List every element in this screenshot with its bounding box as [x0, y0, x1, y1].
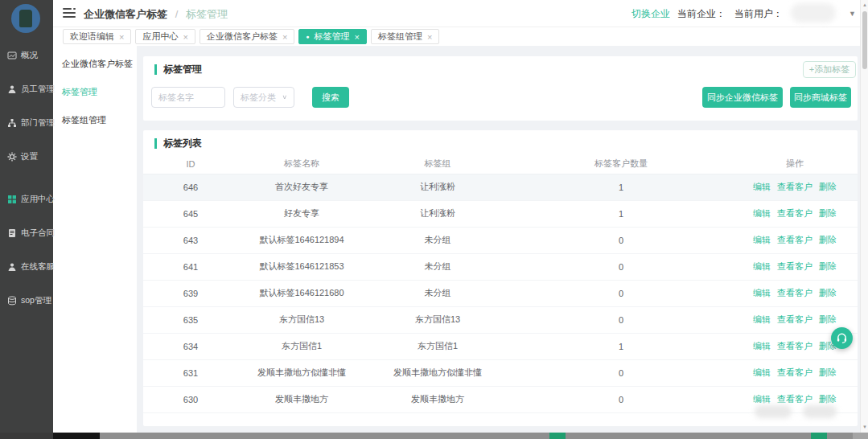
blurred-watermark — [803, 405, 837, 418]
close-icon[interactable]: × — [427, 32, 432, 42]
col-header-actions: 操作 — [732, 154, 858, 174]
view-customers-link[interactable]: 查看客户 — [777, 367, 812, 377]
edit-link[interactable]: 编辑 — [753, 208, 771, 218]
sidebar-item-label: 概况 — [21, 50, 38, 61]
tag-manage-panel: 标签管理 标签分类 ∨ 搜索 +添加标签 同步企业微信标签 同步商城标签 — [143, 56, 858, 121]
view-customers-link[interactable]: 查看客户 — [777, 261, 812, 271]
submenu-item-wecom-customer-tags[interactable]: 企业微信客户标签 — [53, 55, 137, 72]
cell-id: 635 — [143, 306, 238, 333]
edit-link[interactable]: 编辑 — [753, 314, 771, 324]
switch-company-link[interactable]: 切换企业 — [631, 7, 670, 21]
edit-link[interactable]: 编辑 — [753, 261, 771, 271]
close-icon[interactable]: × — [355, 32, 360, 42]
cell-group: 东方国信1 — [365, 333, 510, 359]
taskbar-segment — [0, 433, 53, 439]
cell-id: 630 — [143, 386, 238, 412]
table-row: 635 东方国信13 东方国信13 0 编辑查看客户删除 — [143, 306, 858, 333]
delete-link[interactable]: 删除 — [819, 208, 837, 218]
cell-group: 未分组 — [365, 253, 510, 280]
cell-count: 0 — [510, 280, 732, 306]
cell-group: 发顺丰撒地方 — [365, 386, 510, 412]
search-button[interactable]: 搜索 — [312, 87, 349, 108]
cell-count: 0 — [510, 306, 732, 333]
tab-label: 欢迎语编辑 — [70, 31, 114, 43]
tag-name-input[interactable] — [151, 87, 225, 108]
edit-link[interactable]: 编辑 — [753, 288, 771, 297]
tab-app-center[interactable]: 应用中心× — [135, 29, 195, 44]
close-icon[interactable]: × — [119, 32, 124, 42]
submenu-item-tag-group-manage[interactable]: 标签组管理 — [53, 111, 137, 129]
cell-name: 发顺丰撒地方似懂非懂 — [238, 359, 365, 386]
tab-wecom-customer-tags[interactable]: 企业微信客户标签× — [200, 29, 294, 44]
sidebar-item-app-center[interactable]: 应用中心 — [0, 190, 53, 209]
breadcrumb-root[interactable]: 企业微信客户标签 — [84, 8, 167, 20]
cell-group: 未分组 — [365, 280, 510, 306]
view-customers-link[interactable]: 查看客户 — [777, 341, 812, 351]
add-tag-button[interactable]: +添加标签 — [803, 61, 856, 78]
edit-link[interactable]: 编辑 — [753, 182, 771, 191]
sync-wecom-tags-button[interactable]: 同步企业微信标签 — [702, 87, 783, 108]
sidebar-item-settings[interactable]: 设置 — [0, 147, 53, 166]
user-menu-caret-icon[interactable]: ▼ — [849, 10, 856, 18]
service-icon — [7, 262, 17, 272]
sidebar-item-sop[interactable]: sop管理 — [0, 291, 53, 310]
submenu-item-tag-manage[interactable]: 标签管理 — [53, 83, 137, 101]
scrollbar-thumb[interactable] — [862, 11, 867, 69]
sidebar-item-overview[interactable]: 概况 — [0, 46, 53, 65]
tab-tag-group-manage[interactable]: 标签组管理× — [371, 29, 439, 44]
company-avatar — [11, 4, 40, 33]
bottom-window-strip — [0, 433, 868, 439]
delete-link[interactable]: 删除 — [819, 394, 837, 404]
sync-mall-tags-button[interactable]: 同步商城标签 — [790, 87, 851, 108]
table-row: 634 东方国信1 东方国信1 1 编辑查看客户删除 — [143, 333, 858, 359]
sidebar-item-employee[interactable]: 员工管理 — [0, 80, 53, 99]
sidebar-item-label: 部门管理 — [21, 117, 55, 129]
sidebar-item-e-contract[interactable]: 电子合同 — [0, 224, 53, 243]
cell-count: 1 — [510, 333, 732, 359]
sidebar-item-department[interactable]: 部门管理 — [0, 113, 53, 133]
sidebar-item-online-service[interactable]: 在线客服 — [0, 257, 53, 277]
edit-link[interactable]: 编辑 — [753, 341, 771, 351]
cell-group: 让利涨粉 — [365, 174, 510, 200]
current-user-label: 当前用户： — [734, 7, 783, 21]
edit-link[interactable]: 编辑 — [753, 235, 771, 244]
tag-category-select[interactable]: 标签分类 ∨ — [233, 87, 294, 108]
delete-link[interactable]: 删除 — [819, 182, 837, 191]
vertical-scrollbar[interactable]: ▲ ▼ — [860, 0, 868, 433]
view-customers-link[interactable]: 查看客户 — [777, 208, 812, 218]
table-row: 630 发顺丰撒地方 发顺丰撒地方 0 编辑查看客户删除 — [143, 386, 858, 412]
delete-link[interactable]: 删除 — [819, 367, 837, 377]
edit-link[interactable]: 编辑 — [753, 367, 771, 377]
app-window: 概况 员工管理 部门管理 设置 应用中心 电子合同 在线客服 sop管理 — [0, 0, 868, 439]
headset-icon — [836, 332, 848, 344]
tab-tag-manage-active[interactable]: ● 标签管理× — [298, 29, 367, 44]
scroll-up-icon[interactable]: ▲ — [861, 2, 868, 7]
edit-link[interactable]: 编辑 — [753, 394, 771, 404]
cell-id: 634 — [143, 333, 238, 359]
breadcrumb: 企业微信客户标签 / 标签管理 — [84, 7, 228, 22]
view-customers-link[interactable]: 查看客户 — [777, 314, 812, 324]
cell-group: 让利涨粉 — [365, 200, 510, 227]
delete-link[interactable]: 删除 — [819, 261, 837, 271]
close-icon[interactable]: × — [183, 32, 187, 42]
delete-link[interactable]: 删除 — [819, 235, 837, 244]
delete-link[interactable]: 删除 — [819, 314, 837, 324]
close-icon[interactable]: × — [282, 32, 287, 42]
open-tabs-bar: 欢迎语编辑× 应用中心× 企业微信客户标签× ● 标签管理× 标签组管理× — [53, 27, 860, 46]
cell-group: 发顺丰撒地方似懂非懂 — [365, 359, 510, 386]
cell-group: 东方国信13 — [365, 306, 510, 333]
avatar-logo-icon — [19, 10, 32, 27]
view-customers-link[interactable]: 查看客户 — [777, 288, 812, 297]
cell-id: 645 — [143, 200, 238, 227]
delete-link[interactable]: 删除 — [819, 288, 837, 297]
collapse-menu-icon[interactable] — [63, 8, 76, 18]
scroll-down-icon[interactable]: ▼ — [861, 425, 868, 429]
view-customers-link[interactable]: 查看客户 — [777, 182, 812, 191]
col-header-name: 标签名称 — [238, 154, 365, 174]
view-customers-link[interactable]: 查看客户 — [777, 235, 812, 244]
view-customers-link[interactable]: 查看客户 — [777, 394, 812, 404]
table-header-row: ID 标签名称 标签组 标签客户数量 操作 — [143, 154, 858, 174]
customer-service-float-button[interactable] — [831, 327, 853, 349]
tab-welcome-editor[interactable]: 欢迎语编辑× — [63, 29, 131, 44]
cell-name: 默认标签1646121894 — [238, 227, 365, 253]
